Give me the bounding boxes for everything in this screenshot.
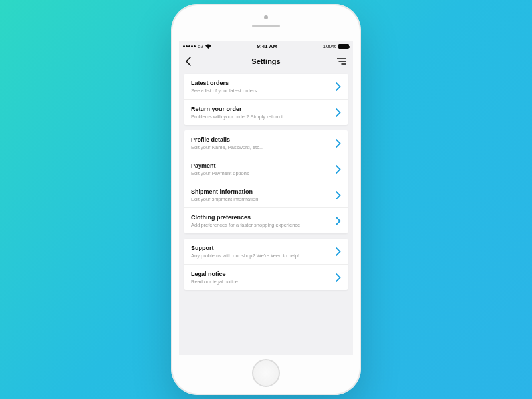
chevron-right-icon: [336, 108, 341, 117]
phone-speaker: [252, 25, 280, 27]
status-right: 100%: [323, 43, 349, 49]
status-time: 9:41 AM: [211, 43, 323, 49]
phone-frame: o2 9:41 AM 100% Settings: [171, 4, 361, 395]
chevron-right-icon: [336, 217, 341, 225]
row-title: Clothing preferences: [191, 214, 332, 221]
row-title: Profile details: [191, 136, 332, 143]
row-legal-notice[interactable]: Legal notice Read our legal notice: [184, 265, 348, 290]
row-title: Shipment information: [191, 188, 332, 195]
chevron-right-icon: [336, 191, 341, 200]
row-clothing-prefs[interactable]: Clothing preferences Add preferences for…: [184, 208, 348, 233]
row-title: Support: [191, 245, 332, 251]
row-subtitle: Edit your shipment information: [191, 196, 332, 202]
chevron-right-icon: [336, 139, 341, 148]
settings-group-support: Support Any problems with our shop? We'r…: [184, 239, 348, 290]
back-button[interactable]: [186, 57, 192, 66]
row-subtitle: Any problems with our shop? We're keen t…: [191, 253, 332, 259]
settings-group-profile: Profile details Edit your Name, Password…: [184, 130, 348, 233]
row-title: Latest orders: [191, 80, 332, 86]
filter-icon[interactable]: [337, 58, 346, 65]
status-bar: o2 9:41 AM 100%: [179, 41, 353, 51]
settings-group-orders: Latest orders See a list of your latest …: [184, 74, 348, 125]
carrier-label: o2: [198, 43, 203, 49]
page-title: Settings: [179, 57, 353, 65]
row-subtitle: Edit your Payment options: [191, 170, 332, 176]
battery-icon: [338, 44, 349, 49]
phone-camera: [264, 15, 268, 19]
home-button[interactable]: [252, 359, 280, 387]
row-support[interactable]: Support Any problems with our shop? We'r…: [184, 239, 348, 265]
row-subtitle: Read our legal notice: [191, 279, 332, 285]
row-title: Payment: [191, 162, 332, 169]
chevron-right-icon: [336, 247, 341, 256]
signal-dots-icon: [183, 45, 196, 47]
nav-bar: Settings: [179, 51, 353, 71]
chevron-right-icon: [336, 165, 341, 174]
row-subtitle: Problems with your order? Simply return …: [191, 114, 332, 120]
row-subtitle: Edit your Name, Password, etc...: [191, 144, 332, 150]
status-left: o2: [183, 43, 211, 49]
chevron-right-icon: [336, 82, 341, 91]
wifi-icon: [205, 44, 211, 49]
row-profile-details[interactable]: Profile details Edit your Name, Password…: [184, 130, 348, 156]
row-payment[interactable]: Payment Edit your Payment options: [184, 156, 348, 182]
row-title: Return your order: [191, 106, 332, 112]
row-subtitle: See a list of your latest orders: [191, 88, 332, 94]
screen: o2 9:41 AM 100% Settings: [179, 41, 353, 355]
battery-pct: 100%: [323, 43, 336, 49]
row-subtitle: Add preferences for a faster shopping ex…: [191, 222, 332, 228]
row-latest-orders[interactable]: Latest orders See a list of your latest …: [184, 74, 348, 100]
settings-list: Latest orders See a list of your latest …: [179, 71, 353, 301]
chevron-right-icon: [336, 273, 341, 282]
row-return-order[interactable]: Return your order Problems with your ord…: [184, 100, 348, 125]
row-title: Legal notice: [191, 271, 332, 277]
row-shipment-info[interactable]: Shipment information Edit your shipment …: [184, 182, 348, 208]
